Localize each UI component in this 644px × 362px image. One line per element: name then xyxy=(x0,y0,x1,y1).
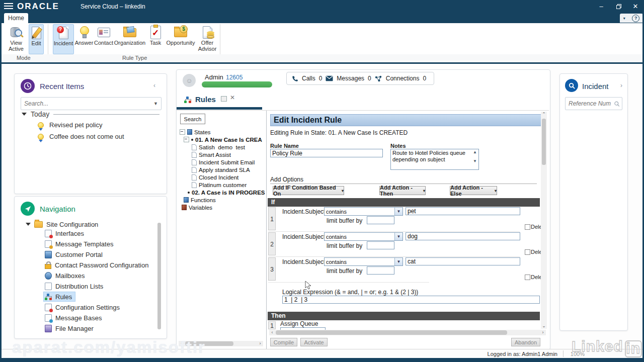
chevron-down-icon[interactable]: ▾ xyxy=(623,16,625,21)
profile-id[interactable]: 12605 xyxy=(226,74,243,81)
compile-button[interactable]: Compile xyxy=(270,338,297,346)
tree-node-functions[interactable]: Functions xyxy=(184,197,216,203)
tree-node-rule[interactable]: Smart Assist xyxy=(192,151,231,158)
navigation-scrollbar[interactable] xyxy=(157,223,161,329)
tree-node-rule[interactable]: Incident Submit Email xyxy=(192,159,255,165)
nav-item-contact-password-configuration[interactable]: Contact Password Configuration xyxy=(45,260,162,269)
ribbon-edit-button[interactable]: Edit xyxy=(29,24,44,54)
nav-item-interfaces[interactable]: Interfaces xyxy=(45,229,84,238)
connections-label[interactable]: Connections xyxy=(386,75,420,82)
then-row-number: 1 xyxy=(268,321,276,329)
ribbon-organization-button[interactable]: Organization xyxy=(114,24,146,53)
nav-item-rules[interactable]: Rules xyxy=(44,292,75,301)
scroll-up-icon[interactable]: ⌃ xyxy=(541,112,547,117)
tree-node-state-01[interactable]: 01. A New Case Is CREA xyxy=(184,136,265,143)
activate-button[interactable]: Activate xyxy=(300,338,328,346)
collapse-expander-icon[interactable] xyxy=(180,129,185,135)
editor-horizontal-scrollbar[interactable]: ‹ › xyxy=(269,330,546,335)
recent-item[interactable]: Coffee does not come out xyxy=(38,133,124,140)
limit-buffer-input[interactable] xyxy=(367,266,394,275)
ribbon-bottom-divider xyxy=(0,62,644,64)
operator-select[interactable]: contains▼ xyxy=(324,207,403,216)
ribbon-answer-button[interactable]: Answer xyxy=(74,24,94,53)
reference-number-search[interactable] xyxy=(565,97,622,110)
abandon-button[interactable]: Abandon xyxy=(511,338,540,346)
nav-item-file-manager[interactable]: File Manager xyxy=(45,324,94,333)
help-icon[interactable]: ? xyxy=(632,15,639,22)
add-action-then-button[interactable]: Add Action - Then▾ xyxy=(379,186,426,195)
chevron-down-icon[interactable]: ▼ xyxy=(150,101,161,106)
condition-value-input[interactable] xyxy=(406,232,520,240)
interfaces-icon xyxy=(45,230,52,237)
tree-node-state-02[interactable]: 02. A Case is IN PROGRES xyxy=(188,189,265,196)
ribbon-incident-button[interactable]: ? Incident xyxy=(53,24,74,54)
tree-node-variables[interactable]: Variables xyxy=(182,204,212,211)
nav-item-customer-portal[interactable]: Customer Portal xyxy=(45,250,103,259)
notes-textarea[interactable]: Route to Hotel Policies queue depending … xyxy=(390,149,479,170)
nav-root-site-configuration[interactable]: Site Configuration xyxy=(26,220,98,229)
scroll-right-icon[interactable]: › xyxy=(540,330,545,335)
operator-select[interactable]: contains▼ xyxy=(324,257,403,266)
undock-icon[interactable] xyxy=(221,96,227,102)
restore-button[interactable] xyxy=(612,2,625,11)
recent-search-combo[interactable]: ▼ xyxy=(21,97,162,110)
scroll-down-icon[interactable]: ⌄ xyxy=(541,323,547,329)
condition-value-input[interactable] xyxy=(406,207,520,215)
connections-icon[interactable] xyxy=(375,75,382,82)
window-bottom-edge xyxy=(0,358,644,362)
ribbon-view-active-button[interactable]: View Active xyxy=(5,24,27,53)
add-if-condition-button[interactable]: Add IF Condition Based On▾ xyxy=(273,186,344,195)
add-action-else-button[interactable]: Add Action - Else▾ xyxy=(450,186,497,195)
tree-node-rule[interactable]: Platinum customer xyxy=(192,182,247,188)
tab-rules[interactable]: Rules xyxy=(195,95,216,104)
minimize-button[interactable]: – xyxy=(595,2,608,11)
expand-chevron-icon[interactable]: › xyxy=(620,82,622,89)
calls-label[interactable]: Calls xyxy=(302,75,315,82)
nav-item-message-bases[interactable]: Message Bases xyxy=(45,313,102,322)
tree-search-button[interactable]: Search xyxy=(180,114,205,124)
collapse-chevron-icon[interactable]: ‹ xyxy=(153,82,155,89)
ribbon-opportunity-button[interactable]: $ Opportunity xyxy=(165,24,196,53)
notes-scroll-arrows[interactable]: ▲▼ xyxy=(473,150,477,163)
file-manager-icon xyxy=(45,325,52,332)
nav-item-mailboxes[interactable]: Mailboxes xyxy=(45,271,85,280)
condition-value-input[interactable] xyxy=(406,257,520,265)
tree-node-rule[interactable]: Satish demo test xyxy=(192,144,245,150)
scroll-right-icon[interactable]: › xyxy=(258,341,263,346)
close-tab-icon[interactable]: ✕ xyxy=(230,94,235,101)
recent-group-today[interactable]: Today xyxy=(22,110,159,118)
close-button[interactable]: ✕ xyxy=(629,2,642,11)
limit-buffer-input[interactable] xyxy=(367,216,394,224)
limit-buffer-input[interactable] xyxy=(367,241,394,249)
collapse-expander-icon[interactable] xyxy=(184,137,189,142)
configuration-settings-icon xyxy=(45,304,52,311)
operator-select[interactable]: contains▼ xyxy=(324,232,403,241)
messages-label[interactable]: Messages xyxy=(337,75,364,82)
tree-node-rule[interactable]: Apply standard SLA xyxy=(192,166,250,173)
editor-vertical-scrollbar[interactable]: ⌃ ⌄ xyxy=(541,112,547,329)
nav-item-message-templates[interactable]: Message Templates xyxy=(45,239,113,248)
tree-node-rule[interactable]: Closed Incident xyxy=(192,174,238,180)
rule-name-input[interactable] xyxy=(270,149,383,157)
recent-search-input[interactable] xyxy=(21,98,150,109)
ribbon-offer-advisor-button[interactable]: Offer Advisor xyxy=(197,24,217,53)
delete-checkbox[interactable] xyxy=(525,275,530,280)
recent-item[interactable]: Revised pet policy xyxy=(38,121,103,129)
delete-checkbox[interactable] xyxy=(525,224,530,230)
messages-envelope-icon[interactable] xyxy=(326,75,333,81)
hamburger-menu-icon[interactable] xyxy=(4,3,13,10)
logical-expression-input[interactable] xyxy=(282,296,540,304)
condition-field-label: Incident.Subject xyxy=(282,258,325,265)
scroll-left-icon[interactable]: ‹ xyxy=(270,330,275,335)
phone-icon[interactable] xyxy=(292,75,298,82)
tab-home[interactable]: Home xyxy=(4,13,28,23)
condition-row-number: 3 xyxy=(268,257,276,281)
reference-number-input[interactable] xyxy=(566,98,614,109)
ribbon-task-button[interactable]: ✓ Task xyxy=(147,24,164,53)
nav-item-distribution-lists[interactable]: Distribution Lists xyxy=(45,282,103,291)
tree-node-states[interactable]: States xyxy=(180,129,211,135)
nav-item-configuration-settings[interactable]: Configuration Settings xyxy=(45,303,120,312)
search-icon[interactable] xyxy=(614,101,620,107)
delete-checkbox[interactable] xyxy=(525,249,530,255)
ribbon-contact-button[interactable]: Contact xyxy=(94,24,114,53)
